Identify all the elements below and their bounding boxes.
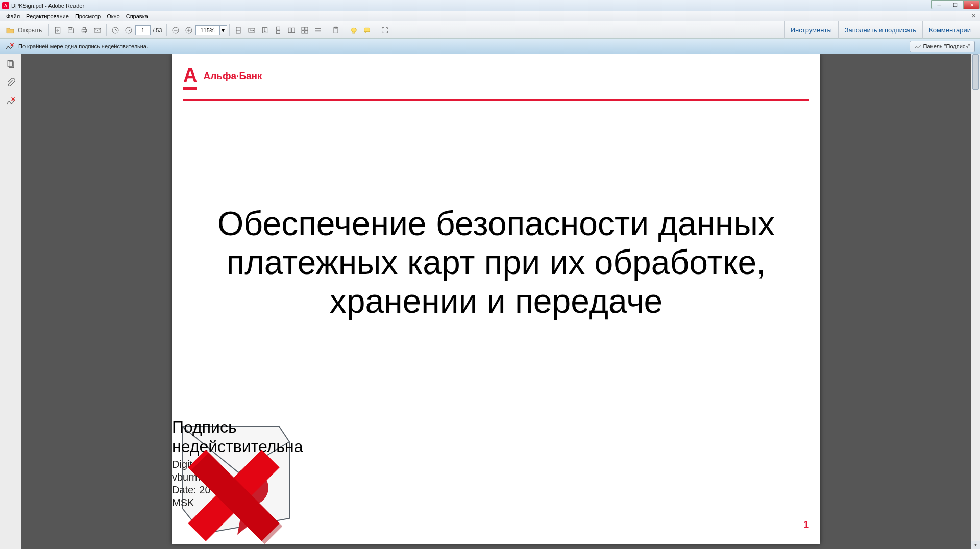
zoom-input[interactable]	[195, 25, 220, 35]
toolbar: Открыть / 53 ▾ Инструменты Заполнить и п…	[0, 21, 980, 39]
zoom-dropdown[interactable]: ▾	[220, 25, 227, 35]
open-button[interactable]: Открыть	[4, 24, 46, 36]
continuous-button[interactable]	[312, 24, 324, 36]
fit-page-button[interactable]	[232, 24, 244, 36]
folder-icon	[6, 27, 15, 34]
svg-rect-25	[8, 61, 12, 67]
zoom-in-button[interactable]	[183, 24, 195, 36]
svg-rect-15	[288, 28, 291, 32]
page-down-icon	[125, 26, 133, 34]
fit-page-icon	[234, 26, 242, 34]
two-page-button[interactable]	[285, 24, 298, 36]
highlight-button[interactable]	[348, 24, 360, 36]
zoom-out-button[interactable]	[169, 24, 182, 36]
comment-icon	[363, 26, 371, 34]
mail-icon	[93, 26, 102, 34]
svg-rect-2	[82, 29, 86, 32]
svg-rect-1	[69, 27, 72, 29]
scroll-thumb[interactable]	[972, 54, 979, 90]
svg-rect-14	[276, 30, 280, 33]
vertical-scrollbar[interactable]: ▲ ▼	[971, 54, 980, 549]
continuous-icon	[314, 26, 322, 34]
svg-rect-19	[302, 30, 304, 33]
document-heading: Обеспечение безопасности данных платежны…	[203, 205, 790, 321]
svg-rect-3	[83, 27, 85, 29]
save-button[interactable]	[65, 24, 77, 36]
two-page-scroll-icon	[301, 26, 309, 34]
export-pdf-icon	[54, 26, 62, 34]
page-number-label: 1	[803, 519, 809, 531]
thumbnails-icon	[6, 59, 16, 69]
brand-divider	[183, 99, 809, 101]
menu-window[interactable]: Окно	[104, 12, 123, 20]
brand-logo: А Альфа·Банк	[183, 65, 262, 85]
signature-notification-bar: По крайней мере одна подпись недействите…	[0, 39, 980, 54]
title-bar: A DPKSign.pdf - Adobe Reader ─ ☐ ✕	[0, 0, 980, 11]
attachments-icon	[6, 78, 16, 88]
page-number-input[interactable]	[135, 25, 151, 35]
brand-letter: А	[183, 65, 197, 85]
window-title: DPKSign.pdf - Adobe Reader	[11, 3, 84, 9]
fit-width-button[interactable]	[246, 24, 258, 36]
left-nav-panel	[0, 54, 21, 549]
mail-button[interactable]	[91, 24, 104, 36]
two-page-scroll-button[interactable]	[299, 24, 311, 36]
menu-view[interactable]: Просмотр	[72, 12, 104, 20]
fit-width-icon	[248, 26, 256, 34]
zoom-out-icon	[172, 26, 180, 34]
menu-file[interactable]: Файл	[3, 12, 23, 20]
highlight-icon	[350, 26, 358, 34]
svg-rect-17	[302, 27, 304, 30]
svg-rect-20	[305, 30, 307, 33]
svg-point-7	[126, 27, 132, 33]
svg-rect-16	[291, 28, 294, 32]
page-total-label: / 53	[151, 27, 164, 33]
thumbnails-button[interactable]	[4, 57, 18, 71]
brand-name: Альфа·Банк	[203, 70, 262, 85]
comment-button[interactable]	[361, 24, 373, 36]
invalid-x-icon	[185, 447, 282, 544]
pdf-page: А Альфа·Банк Обеспечение безопасности да…	[172, 54, 820, 544]
clipboard-button[interactable]	[330, 24, 342, 36]
two-page-icon	[287, 26, 296, 34]
scroll-down-button[interactable]: ▼	[971, 541, 980, 549]
page-up-button[interactable]	[109, 24, 121, 36]
svg-point-23	[351, 28, 356, 32]
export-pdf-button[interactable]	[52, 24, 64, 36]
attachments-button[interactable]	[4, 76, 18, 90]
window-controls: ─ ☐ ✕	[931, 0, 980, 11]
tab-comments[interactable]: Комментарии	[922, 21, 977, 39]
scrolling-button[interactable]	[272, 24, 284, 36]
page-up-icon	[111, 26, 119, 34]
signature-panel-button[interactable]: Панель "Подпись"	[910, 41, 975, 52]
print-button[interactable]	[78, 24, 90, 36]
print-icon	[80, 26, 88, 34]
tab-fill-sign[interactable]: Заполнить и подписать	[838, 21, 922, 39]
app-icon: A	[2, 2, 9, 9]
menu-edit[interactable]: Редактирование	[23, 12, 72, 20]
menu-bar: Файл Редактирование Просмотр Окно Справк…	[0, 11, 980, 21]
fit-visible-icon	[261, 26, 269, 34]
signature-message: По крайней мере одна подпись недействите…	[18, 43, 148, 49]
signatures-icon	[6, 96, 16, 106]
minimize-button[interactable]: ─	[931, 0, 947, 9]
signature-invalid-icon	[5, 42, 14, 51]
page-down-button[interactable]	[122, 24, 135, 36]
svg-rect-13	[276, 27, 280, 30]
menu-help[interactable]: Справка	[123, 12, 151, 20]
open-label: Открыть	[18, 27, 42, 34]
svg-rect-26	[9, 62, 13, 68]
close-button[interactable]: ✕	[964, 0, 980, 9]
signatures-button[interactable]	[4, 94, 18, 108]
document-viewport[interactable]: А Альфа·Банк Обеспечение безопасности да…	[21, 54, 971, 549]
fullscreen-button[interactable]	[379, 24, 391, 36]
zoom-in-icon	[185, 26, 193, 34]
tab-tools[interactable]: Инструменты	[784, 21, 838, 39]
menu-close-doc[interactable]: ✕	[967, 13, 980, 19]
scrolling-icon	[274, 26, 282, 34]
maximize-button[interactable]: ☐	[947, 0, 964, 9]
clipboard-icon	[332, 26, 340, 34]
fit-visible-button[interactable]	[259, 24, 271, 36]
save-icon	[67, 26, 75, 34]
pen-icon	[914, 43, 921, 50]
